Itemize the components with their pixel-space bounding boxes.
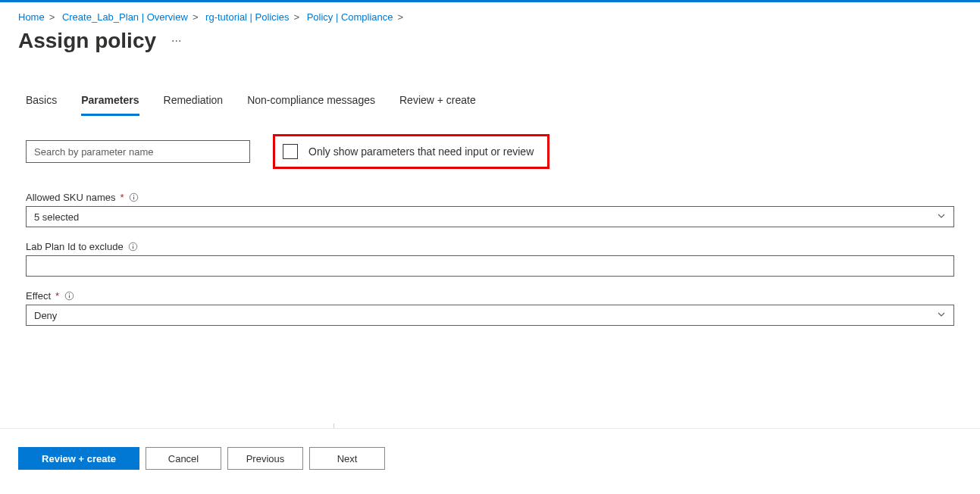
breadcrumb-link-overview[interactable]: Create_Lab_Plan | Overview [62, 11, 188, 23]
required-indicator: * [121, 192, 124, 203]
previous-button[interactable]: Previous [227, 447, 303, 470]
tab-noncompliance[interactable]: Non-compliance messages [247, 89, 375, 116]
field-label: Allowed SKU names [26, 192, 116, 203]
required-indicator: * [55, 290, 59, 302]
chevron-right-icon: > [49, 11, 55, 23]
filter-row: Only show parameters that need input or … [26, 134, 954, 169]
parameters-panel: Only show parameters that need input or … [0, 116, 980, 326]
cancel-button[interactable]: Cancel [146, 447, 221, 470]
svg-rect-7 [69, 295, 70, 299]
only-show-label: Only show parameters that need input or … [308, 145, 534, 158]
chevron-right-icon: > [193, 11, 199, 23]
breadcrumb-link-compliance[interactable]: Policy | Compliance [307, 11, 393, 23]
chevron-right-icon: > [398, 11, 404, 23]
field-lab-plan-exclude: Lab Plan Id to exclude [26, 241, 954, 277]
chevron-right-icon: > [293, 11, 299, 23]
info-icon[interactable] [64, 291, 74, 302]
field-effect: Effect * Deny [26, 290, 954, 326]
field-label: Effect [26, 290, 51, 302]
effect-select[interactable]: Deny [26, 305, 954, 326]
info-icon[interactable] [128, 242, 139, 252]
footer-bar: Review + create Cancel Previous Next [0, 428, 980, 488]
tab-parameters[interactable]: Parameters [81, 89, 139, 116]
next-button[interactable]: Next [309, 447, 385, 470]
breadcrumb-link-policies[interactable]: rg-tutorial | Policies [205, 11, 289, 23]
tab-bar: Basics Parameters Remediation Non-compli… [0, 89, 980, 116]
info-icon[interactable] [129, 192, 139, 203]
only-show-filter: Only show parameters that need input or … [273, 134, 549, 169]
svg-rect-4 [133, 246, 133, 249]
allowed-skus-select[interactable]: 5 selected [26, 206, 954, 227]
svg-rect-1 [133, 197, 134, 200]
lab-plan-exclude-input[interactable] [26, 255, 954, 277]
more-actions-button[interactable]: ··· [165, 31, 187, 51]
tab-basics[interactable]: Basics [26, 89, 57, 116]
select-value: Deny [34, 310, 57, 321]
breadcrumb-link-home[interactable]: Home [18, 11, 45, 23]
search-input[interactable] [26, 140, 250, 163]
page-title: Assign policy [18, 29, 156, 53]
tab-review-create[interactable]: Review + create [399, 89, 476, 116]
svg-rect-2 [133, 195, 134, 195]
tab-remediation[interactable]: Remediation [164, 89, 224, 116]
page-header: Assign policy ··· [0, 26, 980, 71]
ellipsis-icon: ··· [171, 34, 181, 47]
chevron-down-icon [937, 211, 946, 223]
svg-rect-5 [133, 244, 133, 245]
chevron-down-icon [937, 310, 946, 321]
svg-rect-8 [69, 293, 70, 294]
review-create-button[interactable]: Review + create [18, 447, 139, 470]
select-value: 5 selected [34, 211, 79, 223]
field-allowed-skus: Allowed SKU names * 5 selected [26, 192, 954, 227]
only-show-checkbox[interactable] [283, 144, 298, 159]
field-label: Lab Plan Id to exclude [26, 241, 124, 252]
breadcrumb: Home> Create_Lab_Plan | Overview> rg-tut… [0, 2, 980, 26]
